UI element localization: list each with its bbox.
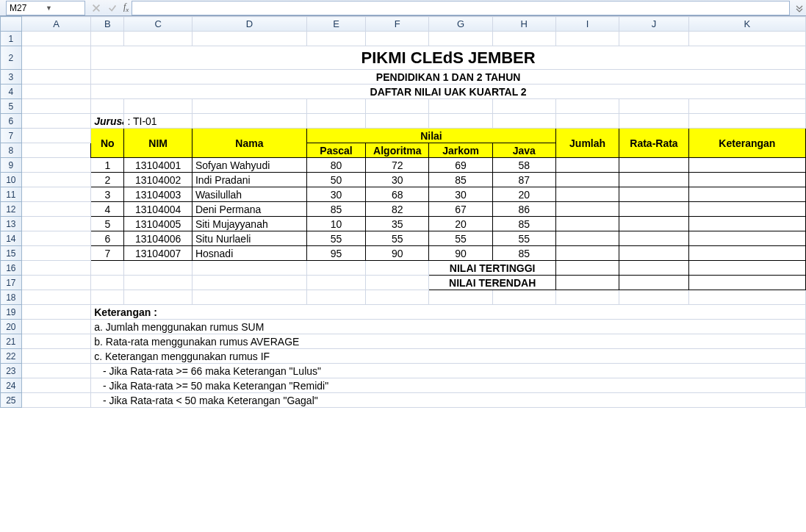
cell-jumlah[interactable] [555, 202, 619, 217]
cell-pascal[interactable]: 30 [307, 187, 366, 202]
cell-algo[interactable]: 55 [366, 231, 429, 246]
col-header-D[interactable]: D [192, 17, 306, 32]
cell-pascal[interactable]: 85 [307, 202, 366, 217]
cell-nama[interactable]: Sofyan Wahyudi [192, 158, 306, 173]
row-header-24[interactable]: 24 [1, 378, 22, 393]
col-header-F[interactable]: F [366, 17, 429, 32]
row-header-1[interactable]: 1 [1, 32, 22, 46]
cell-ket[interactable] [688, 173, 805, 187]
cell-algo[interactable]: 35 [366, 217, 429, 231]
cell-nama[interactable]: Wasilullah [192, 187, 306, 202]
cell-jarkom[interactable]: 85 [429, 173, 492, 187]
cell-nim[interactable]: 13104001 [124, 158, 192, 173]
cell-jarkom[interactable]: 55 [429, 231, 492, 246]
cell-rata[interactable] [619, 231, 689, 246]
row-header-13[interactable]: 13 [1, 217, 22, 231]
cell-jarkom[interactable]: 67 [429, 202, 492, 217]
cell-nama[interactable]: Siti Mujayyanah [192, 217, 306, 231]
row-header-20[interactable]: 20 [1, 320, 22, 334]
row-header-22[interactable]: 22 [1, 349, 22, 364]
cell-no[interactable]: 5 [91, 217, 124, 231]
row-header-18[interactable]: 18 [1, 290, 22, 305]
cell-nama[interactable]: Hosnadi [192, 246, 306, 261]
col-header-I[interactable]: I [555, 17, 619, 32]
cell-tertinggi-ket[interactable] [688, 261, 805, 276]
formula-input[interactable] [132, 1, 790, 15]
cell-algo[interactable]: 82 [366, 202, 429, 217]
row-header-9[interactable]: 9 [1, 158, 22, 173]
cell-jumlah[interactable] [555, 246, 619, 261]
cell-terendah-rata[interactable] [619, 276, 689, 290]
col-header-G[interactable]: G [429, 17, 492, 32]
cell-ket[interactable] [688, 187, 805, 202]
row-header-3[interactable]: 3 [1, 70, 22, 85]
cell-rata[interactable] [619, 173, 689, 187]
cell-algo[interactable]: 90 [366, 246, 429, 261]
select-all-corner[interactable] [1, 17, 22, 32]
cell-algo[interactable]: 68 [366, 187, 429, 202]
cell-nama[interactable]: Deni Permana [192, 202, 306, 217]
cell-ket[interactable] [688, 158, 805, 173]
name-box-dropdown-icon[interactable]: ▼ [46, 4, 82, 12]
cell-jarkom[interactable]: 90 [429, 246, 492, 261]
col-header-E[interactable]: E [307, 17, 366, 32]
row-header-14[interactable]: 14 [1, 231, 22, 246]
cell-nim[interactable]: 13104005 [124, 217, 192, 231]
cell-algo[interactable]: 30 [366, 173, 429, 187]
cell-ket[interactable] [688, 246, 805, 261]
row-header-21[interactable]: 21 [1, 334, 22, 349]
cell-jarkom[interactable]: 69 [429, 158, 492, 173]
cell-jumlah[interactable] [555, 158, 619, 173]
cell-jarkom[interactable]: 30 [429, 187, 492, 202]
row-header-16[interactable]: 16 [1, 261, 22, 276]
cell-jumlah[interactable] [555, 173, 619, 187]
cell-java[interactable]: 86 [492, 202, 555, 217]
cell-ket[interactable] [688, 202, 805, 217]
cell-nama[interactable]: Situ Nurlaeli [192, 231, 306, 246]
cell-jumlah[interactable] [555, 231, 619, 246]
col-header-J[interactable]: J [619, 17, 689, 32]
cell-no[interactable]: 2 [91, 173, 124, 187]
cell-rata[interactable] [619, 202, 689, 217]
expand-formula-bar-icon[interactable] [793, 1, 806, 15]
cell-java[interactable]: 85 [492, 217, 555, 231]
row-header-25[interactable]: 25 [1, 393, 22, 408]
cell-rata[interactable] [619, 246, 689, 261]
col-header-H[interactable]: H [492, 17, 555, 32]
spreadsheet-grid[interactable]: A B C D E F G H I J K 1 2 PIKMI CLEdS JE… [0, 16, 806, 408]
cell-java[interactable]: 20 [492, 187, 555, 202]
row-header-4[interactable]: 4 [1, 85, 22, 99]
cell-pascal[interactable]: 50 [307, 173, 366, 187]
cell-rata[interactable] [619, 158, 689, 173]
cell-terendah-jumlah[interactable] [555, 276, 619, 290]
cell-no[interactable]: 7 [91, 246, 124, 261]
row-header-2[interactable]: 2 [1, 46, 22, 70]
row-header-8[interactable]: 8 [1, 143, 22, 158]
cell-pascal[interactable]: 10 [307, 217, 366, 231]
cell-no[interactable]: 3 [91, 187, 124, 202]
row-header-11[interactable]: 11 [1, 187, 22, 202]
cell-nim[interactable]: 13104006 [124, 231, 192, 246]
enter-button[interactable] [104, 1, 120, 15]
cell-java[interactable]: 87 [492, 173, 555, 187]
cell-rata[interactable] [619, 187, 689, 202]
row-header-10[interactable]: 10 [1, 173, 22, 187]
cell-ket[interactable] [688, 217, 805, 231]
cell-no[interactable]: 6 [91, 231, 124, 246]
cell-jumlah[interactable] [555, 187, 619, 202]
cell-java[interactable]: 58 [492, 158, 555, 173]
col-header-C[interactable]: C [124, 17, 192, 32]
col-header-B[interactable]: B [91, 17, 124, 32]
row-header-7[interactable]: 7 [1, 129, 22, 143]
cell-nama[interactable]: Indi Pradani [192, 173, 306, 187]
row-header-15[interactable]: 15 [1, 246, 22, 261]
row-header-19[interactable]: 19 [1, 305, 22, 320]
cell-pascal[interactable]: 95 [307, 246, 366, 261]
cell-terendah-ket[interactable] [688, 276, 805, 290]
cancel-button[interactable] [88, 1, 104, 15]
cell-pascal[interactable]: 80 [307, 158, 366, 173]
cell-jarkom[interactable]: 20 [429, 217, 492, 231]
name-box[interactable]: M27 ▼ [6, 1, 85, 15]
cell-tertinggi-rata[interactable] [619, 261, 689, 276]
cell-tertinggi-jumlah[interactable] [555, 261, 619, 276]
